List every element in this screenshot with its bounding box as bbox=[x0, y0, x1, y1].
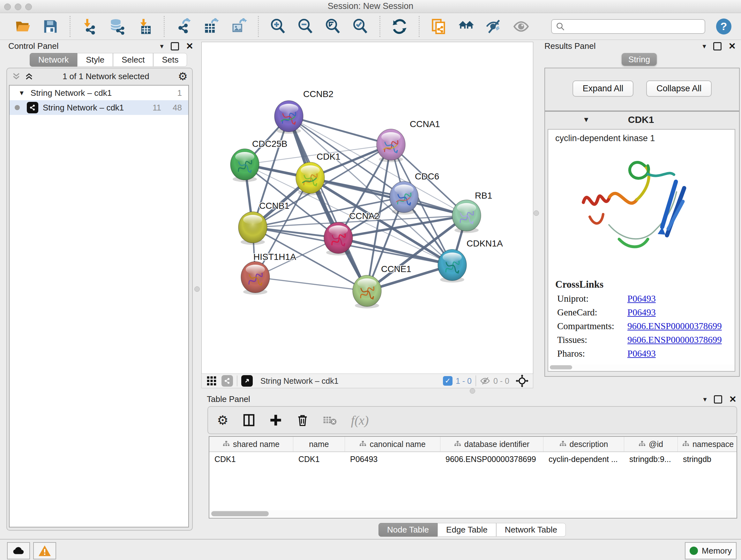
export-network-icon[interactable] bbox=[176, 18, 192, 35]
tab-edge-table[interactable]: Edge Table bbox=[437, 523, 496, 537]
crosslink-link[interactable]: 9606.ENSP00000378699 bbox=[627, 321, 722, 331]
delete-table-icon[interactable] bbox=[323, 414, 337, 427]
import-network-database-icon[interactable] bbox=[109, 18, 125, 35]
selected-checkbox-icon[interactable]: ✓ bbox=[443, 376, 453, 386]
control-panel-float-icon[interactable] bbox=[171, 42, 179, 51]
warning-icon bbox=[39, 545, 51, 556]
create-column-icon[interactable] bbox=[269, 414, 282, 427]
search-field[interactable] bbox=[551, 19, 705, 34]
results-panel-close-icon[interactable]: ✕ bbox=[729, 41, 736, 51]
table-settings-gear-icon[interactable]: ⚙ bbox=[217, 413, 228, 428]
node-HIST1H1A[interactable] bbox=[241, 261, 270, 295]
export-image-icon[interactable] bbox=[230, 18, 247, 35]
column-header--id[interactable]: @id bbox=[624, 437, 678, 451]
zoom-out-icon[interactable] bbox=[297, 18, 314, 35]
cdk1-section-header[interactable]: ▼ CDK1 bbox=[545, 112, 739, 128]
results-tab-string[interactable]: String bbox=[622, 53, 657, 66]
control-panel-close-icon[interactable]: ✕ bbox=[186, 41, 193, 51]
node-CCNB2[interactable] bbox=[274, 101, 303, 134]
apply-layout-icon[interactable] bbox=[391, 18, 408, 35]
memory-button[interactable]: Memory bbox=[685, 542, 737, 559]
tab-network[interactable]: Network bbox=[30, 53, 77, 67]
results-panel-float-icon[interactable] bbox=[713, 42, 722, 51]
edge-HIST1H1A-CCNE1 bbox=[255, 277, 367, 291]
column-header-name[interactable]: name bbox=[293, 437, 345, 451]
tab-select[interactable]: Select bbox=[113, 53, 153, 67]
node-CDK1[interactable] bbox=[296, 162, 325, 195]
expand-all-button[interactable]: Expand All bbox=[572, 80, 634, 97]
table-hscrollbar-thumb[interactable] bbox=[211, 511, 269, 516]
export-table-icon[interactable] bbox=[203, 18, 219, 35]
node-CCNE1[interactable] bbox=[353, 275, 381, 308]
expand-all-icon[interactable] bbox=[24, 72, 34, 80]
import-network-file-icon[interactable] bbox=[81, 18, 98, 35]
node-CDC25B[interactable] bbox=[230, 149, 259, 182]
tree-expand-icon[interactable]: ▼ bbox=[18, 89, 25, 97]
view-grid-icon[interactable] bbox=[206, 375, 217, 386]
import-table-file-icon[interactable] bbox=[136, 18, 153, 35]
crosslink-link[interactable]: P06493 bbox=[627, 307, 656, 317]
network-canvas[interactable]: CCNB2CCNA1CDC25BCDK1CDC6RB1CCNB1CCNA2CDK… bbox=[201, 42, 533, 374]
search-input[interactable] bbox=[565, 21, 704, 31]
collapse-all-icon[interactable] bbox=[11, 72, 21, 80]
section-collapse-icon[interactable]: ▼ bbox=[583, 116, 590, 124]
zoom-in-icon[interactable] bbox=[270, 18, 286, 35]
node-RB1[interactable] bbox=[452, 200, 481, 233]
table-row[interactable]: CDK1CDK1P064939606.ENSP00000378699cyclin… bbox=[209, 452, 737, 466]
node-CDKN1A[interactable] bbox=[438, 249, 467, 283]
help-icon[interactable]: ? bbox=[716, 18, 731, 35]
results-panel-menu-icon[interactable]: ▾ bbox=[702, 42, 706, 51]
table-toolbar: ⚙ f(x) bbox=[207, 406, 737, 434]
results-hscrollbar[interactable] bbox=[549, 365, 735, 370]
crosslink-link[interactable]: P06493 bbox=[627, 294, 656, 304]
new-network-from-selection-icon[interactable] bbox=[430, 18, 447, 35]
network-collection-row[interactable]: ▼ String Network – cdk1 1 bbox=[10, 85, 188, 100]
control-panel-menu-icon[interactable]: ▾ bbox=[160, 42, 163, 51]
column-header-database-identifier[interactable]: database identifier bbox=[441, 437, 543, 451]
crosslink-row: Compartments:9606.ENSP00000378699 bbox=[557, 321, 735, 331]
view-network-icon[interactable] bbox=[221, 375, 233, 387]
open-session-icon[interactable] bbox=[15, 18, 31, 35]
table-cell: 9606.ENSP00000378699 bbox=[441, 452, 543, 466]
column-header-description[interactable]: description bbox=[543, 437, 624, 451]
crosslink-link[interactable]: P06493 bbox=[627, 348, 656, 359]
network-row-selected[interactable]: String Network – cdk1 11 48 bbox=[10, 100, 188, 115]
column-header-namespace[interactable]: namespace bbox=[678, 437, 737, 451]
center-view-icon[interactable] bbox=[516, 374, 529, 387]
column-header-shared-name[interactable]: shared name bbox=[209, 437, 293, 451]
edge-CDK1-RB1 bbox=[310, 178, 467, 215]
current-network-dot bbox=[15, 105, 20, 110]
warning-button[interactable] bbox=[33, 542, 56, 559]
tab-node-table[interactable]: Node Table bbox=[379, 523, 437, 537]
zoom-selected-icon[interactable] bbox=[352, 18, 368, 35]
crosslink-link[interactable]: 9606.ENSP00000378699 bbox=[627, 334, 722, 345]
hide-selected-icon[interactable] bbox=[485, 18, 502, 35]
detach-view-icon[interactable] bbox=[241, 375, 253, 387]
node-CDC6[interactable] bbox=[390, 181, 418, 214]
hidden-eye-icon[interactable] bbox=[480, 376, 490, 386]
save-session-icon[interactable] bbox=[42, 18, 59, 35]
table-hscrollbar[interactable] bbox=[210, 510, 736, 517]
column-header-canonical-name[interactable]: canonical name bbox=[345, 437, 441, 451]
network-options-gear-icon[interactable]: ⚙ bbox=[178, 70, 188, 83]
zoom-fit-icon[interactable] bbox=[325, 18, 341, 35]
right-splitter-handle[interactable] bbox=[534, 210, 539, 216]
left-splitter-handle[interactable] bbox=[194, 287, 200, 292]
collapse-all-button[interactable]: Collapse All bbox=[646, 80, 712, 97]
table-panel-menu-icon[interactable]: ▾ bbox=[703, 395, 706, 403]
first-neighbors-icon[interactable] bbox=[458, 18, 475, 35]
table-panel-float-icon[interactable] bbox=[714, 395, 722, 403]
show-columns-icon[interactable] bbox=[243, 414, 255, 427]
show-all-icon[interactable] bbox=[513, 18, 529, 35]
node-CCNA1[interactable] bbox=[377, 129, 405, 162]
tab-network-table[interactable]: Network Table bbox=[496, 523, 566, 537]
results-hscrollbar-thumb[interactable] bbox=[550, 365, 572, 369]
tab-style[interactable]: Style bbox=[77, 53, 113, 67]
cloud-button[interactable] bbox=[7, 542, 30, 559]
node-CCNB1[interactable] bbox=[239, 212, 267, 245]
bottom-splitter-handle[interactable] bbox=[470, 388, 475, 394]
delete-column-icon[interactable] bbox=[296, 414, 309, 427]
tab-sets[interactable]: Sets bbox=[153, 53, 187, 67]
table-panel-close-icon[interactable]: ✕ bbox=[729, 394, 737, 405]
function-builder-icon[interactable]: f(x) bbox=[351, 413, 369, 428]
